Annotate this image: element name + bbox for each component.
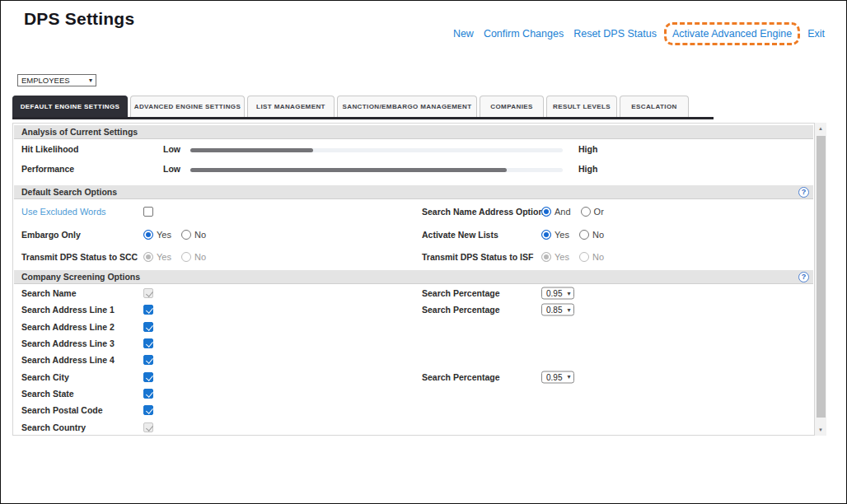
- nav-link-activate-advanced-engine[interactable]: Activate Advanced Engine: [672, 28, 792, 40]
- scrollbar[interactable]: ▲ ▼: [815, 123, 826, 436]
- radio-option: No: [181, 252, 206, 262]
- radio-option: Yes: [143, 230, 171, 240]
- chevron-down-icon: ▾: [89, 77, 92, 84]
- checkbox[interactable]: [143, 372, 153, 382]
- radio-or[interactable]: [581, 207, 591, 217]
- checkbox[interactable]: [143, 405, 153, 415]
- setting-row: Search CitySearch Percentage0.95▾: [13, 368, 814, 385]
- help-icon[interactable]: ?: [798, 187, 809, 198]
- radio-yes[interactable]: [541, 230, 551, 240]
- tab-companies[interactable]: COMPANIES: [480, 96, 544, 117]
- setting-label: Search City: [21, 372, 69, 382]
- nav-link-exit[interactable]: Exit: [807, 28, 825, 40]
- checkbox[interactable]: [143, 207, 153, 217]
- radio-option: Yes: [541, 252, 569, 262]
- select-value: 0.95: [546, 289, 562, 298]
- setting-row: Search Address Line 3: [13, 335, 814, 352]
- tab-underline: [12, 117, 714, 119]
- setting-row: Transmit DPS Status to SCCYesNoTransmit …: [13, 246, 814, 268]
- tab-escalation[interactable]: ESCALATION: [620, 96, 689, 117]
- search-percentage-select[interactable]: 0.95▾: [541, 287, 574, 300]
- setting-row: Use Excluded WordsSearch Name Address Op…: [13, 200, 814, 223]
- scrollbar-thumb[interactable]: [817, 136, 826, 418]
- checkbox[interactable]: [143, 338, 153, 348]
- section-header-company-screening: Company Screening Options ?: [14, 270, 813, 284]
- radio-yes[interactable]: [143, 230, 153, 240]
- scrollbar-down-arrow[interactable]: ▼: [815, 424, 826, 436]
- setting-label: Performance: [21, 164, 74, 174]
- radio-option: And: [541, 207, 571, 217]
- checkbox[interactable]: [143, 389, 153, 399]
- setting-label: Search Percentage: [422, 305, 500, 315]
- checkbox[interactable]: [143, 322, 153, 332]
- meter-fill: [190, 168, 507, 172]
- radio-no: [579, 252, 589, 262]
- checkbox: [143, 288, 153, 298]
- setting-row: Search NameSearch Percentage0.95▾: [13, 285, 814, 301]
- high-label: High: [578, 164, 597, 174]
- setting-label: Search Address Line 1: [21, 305, 115, 315]
- meter-fill: [190, 148, 313, 152]
- chevron-down-icon: ▾: [567, 290, 570, 296]
- nav-link-reset-dps-status[interactable]: Reset DPS Status: [573, 28, 657, 40]
- help-icon[interactable]: ?: [798, 272, 809, 282]
- radio-label: No: [194, 252, 206, 262]
- tab-default-engine-settings[interactable]: DEFAULT ENGINE SETTINGS: [12, 96, 128, 117]
- setting-row: Search Country: [13, 418, 814, 435]
- setting-label: Search Country: [21, 422, 86, 432]
- low-label: Low: [163, 144, 180, 154]
- nav-link-confirm-changes[interactable]: Confirm Changes: [484, 28, 564, 40]
- analysis-rows: Hit LikelihoodLowHighPerformanceLowHigh: [13, 140, 814, 180]
- setting-label: Search Postal Code: [21, 405, 103, 415]
- radio-no: [181, 252, 191, 262]
- section-header-default-search: Default Search Options ?: [14, 185, 813, 199]
- setting-label: Search Name: [21, 288, 77, 298]
- radio-label: Yes: [555, 230, 569, 240]
- search-percentage-select[interactable]: 0.95▾: [541, 371, 574, 383]
- radio-label: No: [592, 230, 604, 240]
- setting-label: Search State: [21, 389, 74, 399]
- setting-label: Search Name Address Option: [422, 207, 544, 217]
- radio-no[interactable]: [579, 230, 589, 240]
- radio-option: No: [181, 230, 206, 240]
- section-title: Company Screening Options: [21, 272, 140, 282]
- setting-row: Search Postal Code: [13, 402, 814, 418]
- radio-label: Or: [594, 207, 604, 217]
- radio-label: Yes: [157, 252, 171, 262]
- entity-select[interactable]: EMPLOYEES ▾: [17, 74, 96, 86]
- setting-label: Hit Likelihood: [21, 144, 78, 154]
- checkbox[interactable]: [143, 305, 153, 315]
- setting-label: Transmit DPS Status to ISF: [422, 252, 533, 262]
- setting-link-label[interactable]: Use Excluded Words: [21, 207, 106, 217]
- highlight-annotation: Activate Advanced Engine: [664, 22, 800, 45]
- radio-label: No: [592, 252, 604, 262]
- page-title: DPS Settings: [24, 9, 134, 29]
- analysis-row: PerformanceLowHigh: [13, 160, 814, 180]
- search-percentage-select[interactable]: 0.85▾: [541, 304, 574, 316]
- company-screening-rows: Search NameSearch Percentage0.95▾Search …: [13, 285, 814, 436]
- radio-label: Yes: [157, 230, 171, 240]
- radio-yes: [143, 252, 153, 262]
- setting-label: Search Percentage: [422, 288, 500, 298]
- high-label: High: [578, 144, 597, 154]
- tab-result-levels[interactable]: RESULT LEVELS: [546, 96, 617, 117]
- checkbox[interactable]: [143, 355, 153, 365]
- default-search-rows: Use Excluded WordsSearch Name Address Op…: [13, 200, 814, 268]
- meter-track: [190, 148, 563, 152]
- radio-no[interactable]: [181, 230, 191, 240]
- setting-label: Embargo Only: [21, 230, 81, 240]
- low-label: Low: [163, 164, 180, 174]
- content-panel: Analysis of Current Settings Hit Likelih…: [12, 123, 815, 436]
- chevron-down-icon: ▾: [567, 306, 570, 313]
- entity-select-value: EMPLOYEES: [21, 76, 70, 85]
- radio-and[interactable]: [541, 207, 551, 217]
- section-title: Default Search Options: [21, 187, 117, 197]
- tab-sanction-embargo-management[interactable]: SANCTION/EMBARGO MANAGEMENT: [337, 96, 477, 117]
- tab-advanced-engine-settings[interactable]: ADVANCED ENGINE SETTINGS: [130, 96, 245, 117]
- nav-link-new[interactable]: New: [453, 28, 474, 40]
- setting-label: Transmit DPS Status to SCC: [21, 252, 138, 262]
- setting-label: Activate New Lists: [422, 230, 498, 240]
- tab-list-management[interactable]: LIST MANAGEMENT: [247, 96, 335, 117]
- scrollbar-up-arrow[interactable]: ▲: [815, 123, 826, 134]
- setting-row: Embargo OnlyYesNoActivate New ListsYesNo: [13, 223, 814, 246]
